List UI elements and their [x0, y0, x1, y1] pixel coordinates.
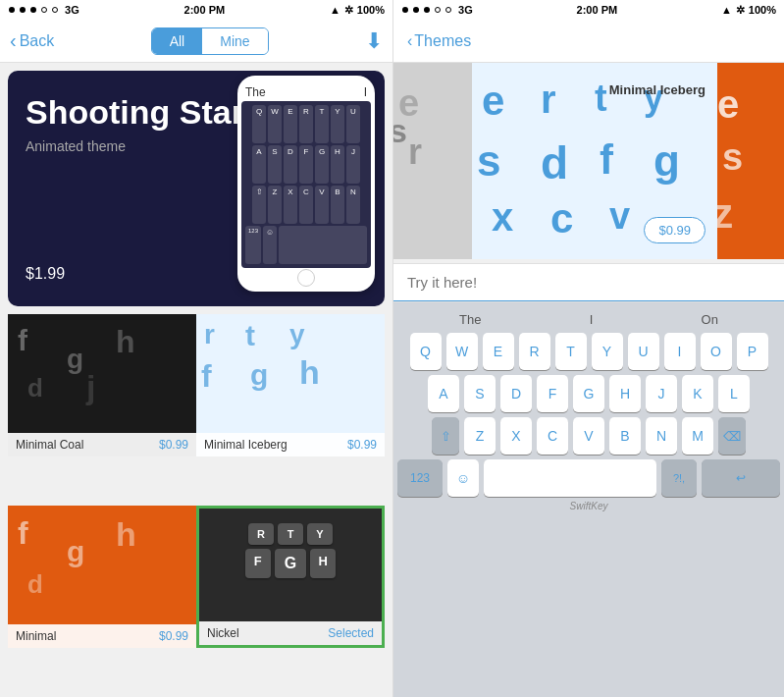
status-time-right: 2:00 PM [577, 4, 618, 16]
segment-control: All Mine [151, 27, 269, 55]
key-f[interactable]: F [537, 375, 568, 412]
status-signal: 3G [8, 4, 79, 16]
theme-iceberg[interactable]: r t y f g h Minimal Iceberg $0.99 [196, 314, 385, 456]
battery-left: 100% [357, 4, 385, 16]
back-button[interactable]: ‹ Back [10, 29, 54, 52]
themes-back-label: Themes [414, 32, 471, 50]
nav-bar-right: ‹ Themes [393, 20, 784, 63]
key-d[interactable]: D [500, 375, 532, 412]
phone-kb-header: TheI [241, 83, 371, 101]
key-h[interactable]: H [609, 375, 641, 412]
detail-iceberg-name: Minimal Iceberg [609, 82, 706, 97]
featured-card[interactable]: Shooting Stars Animated theme $1.99 TheI… [8, 71, 385, 306]
phone-home [241, 268, 371, 288]
key-t[interactable]: T [555, 333, 587, 370]
key-v[interactable]: V [573, 417, 604, 455]
key-s[interactable]: S [464, 375, 496, 412]
status-time-left: 2:00 PM [184, 4, 226, 16]
detail-iceberg-price[interactable]: $0.99 [644, 217, 706, 243]
status-icons-right: ▲ ✲ 100% [721, 4, 776, 17]
key-123[interactable]: 123 [397, 459, 443, 497]
themes-back-button[interactable]: ‹ Themes [407, 32, 471, 50]
theme-minimal[interactable]: f g h d Minimal $0.99 [8, 506, 196, 648]
key-j[interactable]: J [646, 375, 677, 412]
key-g[interactable]: G [573, 375, 604, 412]
key-b[interactable]: B [609, 417, 641, 455]
back-chevron-right-icon: ‹ [407, 32, 412, 50]
signal-dot-3 [30, 7, 36, 13]
status-bar-left: 3G 2:00 PM ▲ ✲ 100% [0, 0, 392, 20]
location-icon: ▲ [330, 4, 340, 16]
key-p[interactable]: P [737, 333, 768, 370]
key-emoji[interactable]: ☺ [447, 459, 479, 497]
key-space[interactable] [484, 459, 656, 497]
phone-keyboard: QWERTYU ASDFGHJ ⇧ZXCVBN 123☺ [241, 101, 371, 268]
theme-detail-scroll[interactable]: e r s e r t y s d f g x c v Minimal Iceb… [393, 63, 784, 259]
keyboard-section: The I On Q W E R T Y U I O P A S D [393, 302, 784, 697]
kb-row-4: 123 ☺ ?!, ↩ [397, 459, 780, 497]
location-icon-right: ▲ [721, 4, 732, 16]
key-i[interactable]: I [664, 333, 696, 370]
nickel-caption: Nickel Selected [199, 621, 382, 645]
key-u[interactable]: U [628, 333, 659, 370]
key-a[interactable]: A [428, 375, 459, 412]
key-n[interactable]: N [646, 417, 677, 455]
kb-row-1: Q W E R T Y U I O P [397, 333, 780, 370]
bluetooth-icon: ✲ [344, 4, 353, 17]
theme-coal[interactable]: f g h d j Minimal Coal $0.99 [8, 314, 196, 456]
theme-grid: f g h d j Minimal Coal $0.99 r t y f g h [8, 314, 385, 697]
detail-card-partial[interactable]: e r s [393, 63, 472, 259]
theme-nickel[interactable]: RTY FGH Nickel Selected [196, 506, 385, 648]
signal-dot-5 [52, 7, 58, 13]
signal-dot-1 [9, 7, 15, 13]
back-chevron-icon: ‹ [10, 29, 17, 52]
kb-row-2: A S D F G H J K L [397, 375, 780, 412]
left-panel: 3G 2:00 PM ▲ ✲ 100% ‹ Back All Mine ⬇ Sh… [0, 0, 392, 697]
key-l[interactable]: L [718, 375, 750, 412]
detail-card-iceberg[interactable]: e r t y s d f g x c v Minimal Iceberg $0… [472, 63, 717, 259]
iceberg-caption: Minimal Iceberg $0.99 [196, 433, 385, 456]
try-section [393, 263, 784, 302]
back-label: Back [20, 32, 55, 50]
all-tab[interactable]: All [152, 28, 203, 54]
bluetooth-icon-right: ✲ [736, 4, 745, 17]
key-w[interactable]: W [446, 333, 478, 370]
swiftkey-logo: SwiftKey [570, 501, 608, 511]
key-shift[interactable]: ⇧ [432, 417, 459, 455]
key-return[interactable]: ↩ [702, 459, 780, 497]
key-o[interactable]: O [701, 333, 732, 370]
kb-row-3: ⇧ Z X C V B N M ⌫ [397, 417, 780, 455]
detail-card-orange[interactable]: e s z [717, 63, 784, 259]
suggestion-the[interactable]: The [459, 312, 481, 327]
keyboard-rows: Q W E R T Y U I O P A S D F G H J K [397, 333, 780, 497]
key-z[interactable]: Z [464, 417, 496, 455]
try-input[interactable] [393, 264, 784, 301]
key-r[interactable]: R [519, 333, 550, 370]
key-e[interactable]: E [483, 333, 514, 370]
right-panel: 3G 2:00 PM ▲ ✲ 100% ‹ Themes e r s e [392, 0, 784, 697]
key-punctuation[interactable]: ?!, [661, 459, 697, 497]
status-bar-right: 3G 2:00 PM ▲ ✲ 100% [393, 0, 784, 20]
mine-tab[interactable]: Mine [202, 28, 267, 54]
download-icon[interactable]: ⬇ [365, 28, 383, 54]
key-m[interactable]: M [682, 417, 713, 455]
suggestion-on[interactable]: On [702, 312, 718, 327]
key-q[interactable]: Q [410, 333, 442, 370]
swiftkey-bar: SwiftKey [397, 497, 780, 515]
signal-dot-4 [41, 7, 47, 13]
featured-phone: TheI QWERTYU ASDFGHJ ⇧ZXCVBN 123☺ [237, 76, 375, 301]
key-y[interactable]: Y [592, 333, 623, 370]
signal-dot-2 [20, 7, 26, 13]
suggestion-i[interactable]: I [590, 312, 594, 327]
key-c[interactable]: C [537, 417, 568, 455]
minimal-caption: Minimal $0.99 [8, 624, 196, 648]
battery-right: 100% [749, 4, 776, 16]
key-delete[interactable]: ⌫ [718, 417, 746, 455]
kb-suggestions: The I On [397, 308, 780, 333]
nav-bar-left: ‹ Back All Mine ⬇ [0, 20, 392, 63]
status-signal-right: 3G [401, 4, 473, 16]
coal-caption: Minimal Coal $0.99 [8, 433, 196, 456]
key-x[interactable]: X [500, 417, 532, 455]
key-k[interactable]: K [682, 375, 713, 412]
status-right-left: ▲ ✲ 100% [330, 4, 385, 17]
